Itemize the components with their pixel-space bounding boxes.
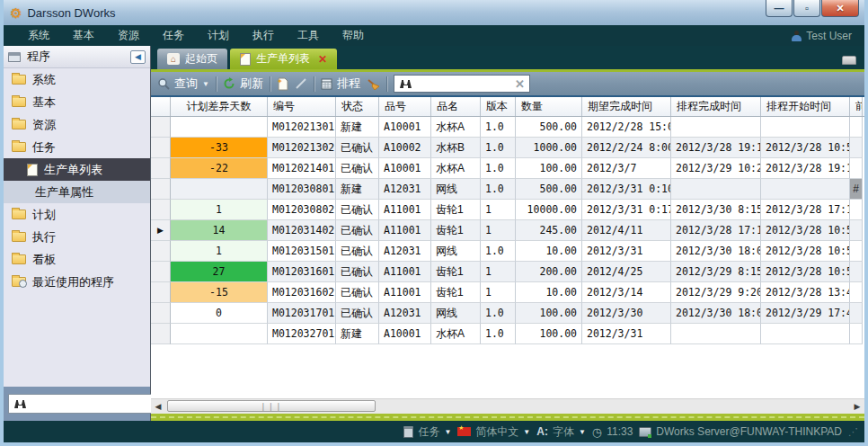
cell-qty[interactable]: 500.00 <box>516 179 582 200</box>
cell-item[interactable]: A12031 <box>379 303 431 324</box>
cell-code[interactable]: M012031701 <box>268 303 336 324</box>
cell-diff[interactable]: -33 <box>171 138 268 158</box>
sidebar-item-2[interactable]: 资源 <box>4 113 150 136</box>
cell-due[interactable]: 2012/2/28 15:00 <box>582 117 671 138</box>
row-gutter[interactable] <box>151 138 171 158</box>
cell-diff[interactable]: 14 <box>171 220 268 241</box>
sidebar-item-3[interactable]: 任务 <box>4 136 150 158</box>
cell-ver[interactable]: 1 <box>481 220 516 241</box>
column-header-qty[interactable]: 数量 <box>516 97 582 116</box>
row-gutter[interactable] <box>151 117 171 138</box>
tab-close-icon[interactable]: ✕ <box>318 53 327 66</box>
cell-status[interactable]: 已确认 <box>336 241 379 262</box>
table-filter-input[interactable] <box>417 76 510 91</box>
cell-status[interactable]: 新建 <box>336 179 379 200</box>
cell-status[interactable]: 新建 <box>336 117 379 138</box>
cell-code[interactable]: M012021302 <box>268 138 336 158</box>
sidebar-item-4[interactable]: 生产单列表 <box>4 158 150 181</box>
sidebar-item-7[interactable]: 执行 <box>4 226 150 248</box>
edit-button[interactable] <box>295 77 307 90</box>
cell-status[interactable]: 已确认 <box>336 220 379 241</box>
sidebar-item-6[interactable]: 计划 <box>4 203 150 226</box>
cell-ver[interactable]: 1.0 <box>481 179 516 200</box>
sidebar-collapse-button[interactable]: ◀ <box>130 50 146 64</box>
cell-due[interactable]: 2012/3/31 <box>582 324 671 344</box>
row-gutter[interactable] <box>151 179 171 200</box>
column-header-ver[interactable]: 版本 <box>481 97 516 116</box>
cell-diff[interactable]: 27 <box>171 262 268 282</box>
menu-item-6[interactable]: 工具 <box>286 28 331 43</box>
column-header-status[interactable]: 状态 <box>336 97 379 116</box>
cell-qty[interactable]: 200.00 <box>516 262 582 282</box>
cell-start[interactable]: 2012/3/28 10:52 <box>761 138 850 158</box>
cell-due[interactable]: 2012/4/11 <box>582 220 671 241</box>
cell-qty[interactable]: 10000.00 <box>516 200 582 220</box>
cell-qty[interactable]: 100.00 <box>516 158 582 179</box>
cell-item[interactable]: A10001 <box>379 324 431 344</box>
cell-item[interactable]: A11001 <box>379 282 431 303</box>
new-button[interactable]: ✦ <box>277 77 288 91</box>
font-menu[interactable]: A: 字体 ▼ <box>536 424 586 440</box>
minimize-button[interactable]: — <box>766 0 793 17</box>
cell-start[interactable]: 2012/3/28 10:52 <box>761 241 850 262</box>
cell-extra[interactable] <box>850 303 863 324</box>
cell-diff[interactable] <box>171 179 268 200</box>
cell-start[interactable] <box>761 324 850 344</box>
cell-extra[interactable] <box>850 117 863 138</box>
cell-item[interactable]: A12031 <box>379 241 431 262</box>
cell-ver[interactable]: 1.0 <box>481 324 516 344</box>
cell-due[interactable]: 2012/3/14 <box>582 282 671 303</box>
column-header-item[interactable]: 品号 <box>379 97 431 116</box>
cell-item[interactable]: A11001 <box>379 220 431 241</box>
table-row[interactable]: M012021301新建A10001水杯A1.0500.002012/2/28 … <box>151 117 864 138</box>
cell-due[interactable]: 2012/3/31 <box>582 241 671 262</box>
cell-name[interactable]: 网线 <box>431 179 481 200</box>
cell-ver[interactable]: 1 <box>481 200 516 220</box>
scrollbar-thumb[interactable]: ❘❘❘ <box>167 400 376 412</box>
clear-button[interactable] <box>367 78 380 90</box>
cell-item[interactable]: A12031 <box>379 179 431 200</box>
cell-diff[interactable]: -22 <box>171 158 268 179</box>
cell-status[interactable]: 已确认 <box>336 200 379 220</box>
sidebar-item-1[interactable]: 基本 <box>4 91 150 113</box>
table-row[interactable]: -33M012021302已确认A10002水杯B1.01000.002012/… <box>151 138 864 158</box>
menu-item-1[interactable]: 基本 <box>61 28 106 43</box>
horizontal-scrollbar[interactable]: ◀ ❘❘❘ ▶ <box>151 398 864 414</box>
cell-code[interactable]: M012031602 <box>268 282 336 303</box>
cell-end[interactable] <box>671 324 761 344</box>
cell-item[interactable]: A10002 <box>379 138 431 158</box>
tab-start-page[interactable]: ⌂ 起始页 <box>157 49 227 69</box>
current-row-pointer[interactable]: ▶ <box>151 220 171 241</box>
cell-start[interactable]: 2012/3/28 19:10 <box>761 158 850 179</box>
cell-code[interactable]: M012030802 <box>268 200 336 220</box>
query-button[interactable]: 查询 ▼ <box>157 76 209 92</box>
cell-item[interactable]: A11001 <box>379 200 431 220</box>
cell-ver[interactable]: 1 <box>481 262 516 282</box>
cell-qty[interactable]: 10.00 <box>516 282 582 303</box>
cell-status[interactable]: 已确认 <box>336 303 379 324</box>
cell-diff[interactable]: 0 <box>171 303 268 324</box>
column-header-extra[interactable]: 前 <box>850 97 863 116</box>
table-row[interactable]: -15M012031602已确认A11001齿轮1110.002012/3/14… <box>151 282 864 303</box>
row-gutter[interactable] <box>151 282 171 303</box>
cell-end[interactable]: 2012/3/30 8:15 <box>671 200 761 220</box>
menu-item-3[interactable]: 任务 <box>151 28 196 43</box>
schedule-button[interactable]: 排程 <box>321 76 360 92</box>
column-header-code[interactable]: 编号 <box>268 97 336 116</box>
cell-ver[interactable]: 1 <box>481 282 516 303</box>
menu-item-2[interactable]: 资源 <box>106 28 151 43</box>
row-gutter[interactable] <box>151 303 171 324</box>
cell-due[interactable]: 2012/2/24 8:00 <box>582 138 671 158</box>
cell-name[interactable]: 齿轮1 <box>431 200 481 220</box>
cell-diff[interactable] <box>171 324 268 344</box>
column-header-due[interactable]: 期望完成时间 <box>582 97 671 116</box>
cell-due[interactable]: 2012/4/25 <box>582 262 671 282</box>
sidebar-item-5[interactable]: 生产单属性 <box>4 181 150 203</box>
table-row[interactable]: -22M012021401已确认A10001水杯A1.0100.002012/3… <box>151 158 864 179</box>
cell-due[interactable]: 2012/3/7 <box>582 158 671 179</box>
table-row[interactable]: M012030801新建A12031网线1.0500.002012/3/31 0… <box>151 179 864 200</box>
cell-end[interactable]: 2012/3/29 9:20 <box>671 282 761 303</box>
cell-status[interactable]: 已确认 <box>336 282 379 303</box>
cell-end[interactable]: 2012/3/30 18:00 <box>671 241 761 262</box>
cell-item[interactable]: A11001 <box>379 262 431 282</box>
